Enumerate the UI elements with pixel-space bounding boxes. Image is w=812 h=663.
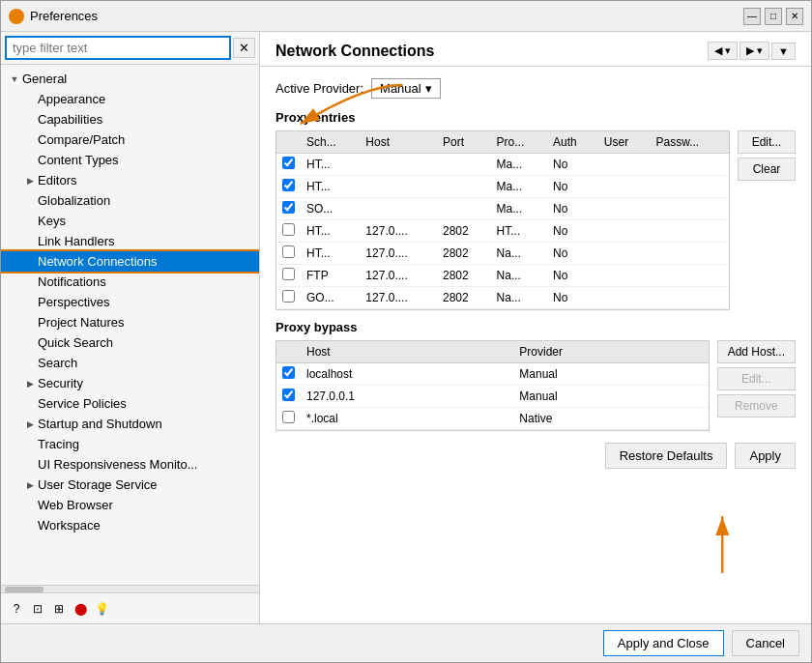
bypass-check-2[interactable] — [282, 411, 295, 423]
proxy-entry-prov-3: HT... — [491, 220, 547, 243]
search-input[interactable] — [5, 36, 231, 60]
tree-item-keys[interactable]: Keys — [1, 211, 259, 231]
proxy-entry-check-4[interactable] — [282, 245, 295, 258]
preferences-window: Preferences — □ ✕ ✕ GeneralAppearanceCap… — [0, 0, 812, 663]
bypass-row[interactable]: 127.0.0.1 Manual — [276, 386, 709, 408]
tree-item-link-handlers[interactable]: Link Handlers — [1, 231, 259, 251]
bypass-table-container: Host Provider localhost Manual 127.0.0.1… — [276, 340, 710, 431]
proxy-entry-row[interactable]: FTP 127.0.... 2802 Na... No — [276, 265, 729, 287]
active-provider-row: Active Provider: Manual ▾ — [276, 78, 796, 99]
tree-item-ui-responsiveness[interactable]: UI Responsiveness Monito... — [1, 454, 259, 475]
proxy-entry-scheme-1: HT... — [301, 176, 360, 198]
panel-title: Network Connections — [276, 43, 434, 60]
window-icon — [9, 9, 24, 24]
proxy-entry-check-6[interactable] — [282, 290, 295, 303]
tree-item-workspace[interactable]: Workspace — [1, 515, 259, 535]
add-host-button[interactable]: Add Host... — [717, 340, 796, 363]
back-button[interactable]: ◀ ▾ — [708, 42, 738, 60]
tree-item-project-natures[interactable]: Project Natures — [1, 312, 259, 332]
proxy-entry-host-3: 127.0.... — [360, 220, 437, 243]
restore-defaults-button[interactable]: Restore Defaults — [605, 443, 728, 469]
tree-container[interactable]: GeneralAppearanceCapabilitiesCompare/Pat… — [1, 65, 259, 585]
bulb-icon[interactable]: 💡 — [94, 601, 109, 617]
proxy-edit-button[interactable]: Edit... — [738, 130, 796, 154]
tree-item-capabilities[interactable]: Capabilities — [1, 109, 259, 130]
proxy-entry-check-1[interactable] — [282, 179, 295, 191]
proxy-entry-check-2[interactable] — [282, 201, 295, 214]
bypass-col-host: Host — [301, 341, 513, 363]
proxy-entry-prov-0: Ma... — [491, 154, 547, 176]
tree-item-service-policies[interactable]: Service Policies — [1, 393, 259, 414]
record-icon[interactable]: ⬤ — [72, 601, 88, 617]
proxy-entry-prov-4: Na... — [491, 243, 547, 265]
bypass-provider-1: Manual — [513, 386, 708, 408]
tree-item-search[interactable]: Search — [1, 353, 259, 373]
cancel-button[interactable]: Cancel — [732, 630, 799, 656]
provider-select[interactable]: Manual ▾ — [371, 78, 441, 99]
tree-item-tracing[interactable]: Tracing — [1, 434, 259, 454]
tree-item-user-storage[interactable]: User Storage Service — [1, 475, 259, 495]
proxy-entry-row[interactable]: GO... 127.0.... 2802 Na... No — [276, 287, 729, 309]
col-user: User — [598, 131, 651, 154]
tree-label-content-types: Content Types — [38, 153, 119, 167]
proxy-entry-check-3[interactable] — [282, 223, 295, 236]
proxy-clear-button[interactable]: Clear — [738, 158, 796, 181]
proxy-entry-auth-1: No — [547, 176, 598, 198]
proxy-entry-row[interactable]: HT... 127.0.... 2802 HT... No — [276, 220, 729, 243]
proxy-entry-auth-6: No — [547, 287, 598, 309]
bypass-row[interactable]: *.local Native — [276, 408, 709, 430]
tree-item-editors[interactable]: Editors — [1, 170, 259, 190]
tree-label-general: General — [22, 72, 67, 86]
tree-item-web-browser[interactable]: Web Browser — [1, 495, 259, 515]
tree-item-general[interactable]: General — [1, 69, 259, 89]
tree-item-notifications[interactable]: Notifications — [1, 272, 259, 292]
col-prov: Pro... — [491, 131, 547, 154]
proxy-entry-check-5[interactable] — [282, 268, 295, 280]
import-icon[interactable]: ⊞ — [51, 601, 67, 617]
tree-item-appearance[interactable]: Appearance — [1, 89, 259, 109]
horizontal-scrollbar[interactable] — [1, 585, 259, 592]
tree-item-startup-shutdown[interactable]: Startup and Shutdown — [1, 414, 259, 434]
proxy-entry-scheme-0: HT... — [301, 154, 360, 176]
tree-item-compare-patch[interactable]: Compare/Patch — [1, 130, 259, 150]
apply-button[interactable]: Apply — [735, 443, 796, 469]
forward-button[interactable]: ▶ ▾ — [740, 42, 769, 60]
tree-item-network-connections[interactable]: Network Connections — [1, 251, 259, 272]
bypass-remove-button[interactable]: Remove — [717, 394, 796, 418]
proxy-entry-check-0[interactable] — [282, 157, 295, 169]
bottom-bar: Apply and Close Cancel — [1, 623, 811, 662]
proxy-entry-row[interactable]: HT... Ma... No — [276, 176, 729, 198]
proxy-entry-prov-1: Ma... — [491, 176, 547, 198]
menu-button[interactable]: ▼ — [771, 43, 796, 60]
bypass-edit-button[interactable]: Edit... — [717, 367, 796, 390]
tree-item-security[interactable]: Security — [1, 373, 259, 393]
proxy-bypass-label: Proxy bypass — [276, 320, 796, 334]
close-button[interactable]: ✕ — [786, 8, 803, 25]
right-panel: Network Connections ◀ ▾ ▶ ▾ ▼ Active Pro… — [260, 32, 811, 623]
window-title: Preferences — [30, 9, 743, 23]
tree-label-security: Security — [38, 376, 83, 390]
proxy-entries-table-container: Sch... Host Port Pro... Auth User Passw.… — [276, 130, 730, 310]
minimize-button[interactable]: — — [743, 8, 761, 25]
proxy-entry-scheme-2: SO... — [301, 198, 360, 220]
tree-item-globalization[interactable]: Globalization — [1, 190, 259, 211]
scrollbar-thumb — [5, 587, 44, 592]
bypass-check-0[interactable] — [282, 366, 295, 379]
col-host: Host — [360, 131, 437, 154]
bypass-row[interactable]: localhost Manual — [276, 363, 709, 386]
tree-item-quick-search[interactable]: Quick Search — [1, 332, 259, 353]
proxy-entry-row[interactable]: HT... Ma... No — [276, 154, 729, 176]
tree-item-content-types[interactable]: Content Types — [1, 150, 259, 170]
export-icon[interactable]: ⊡ — [30, 601, 45, 617]
tree-label-quick-search: Quick Search — [38, 335, 113, 350]
proxy-entry-host-5: 127.0.... — [360, 265, 437, 287]
proxy-entry-row[interactable]: SO... Ma... No — [276, 198, 729, 220]
active-provider-label: Active Provider: — [276, 81, 363, 96]
bypass-check-1[interactable] — [282, 389, 295, 401]
apply-close-button[interactable]: Apply and Close — [603, 630, 724, 656]
help-icon[interactable]: ? — [9, 601, 24, 617]
search-clear-button[interactable]: ✕ — [233, 38, 255, 58]
proxy-entry-row[interactable]: HT... 127.0.... 2802 Na... No — [276, 243, 729, 265]
maximize-button[interactable]: □ — [765, 8, 782, 25]
tree-item-perspectives[interactable]: Perspectives — [1, 292, 259, 312]
